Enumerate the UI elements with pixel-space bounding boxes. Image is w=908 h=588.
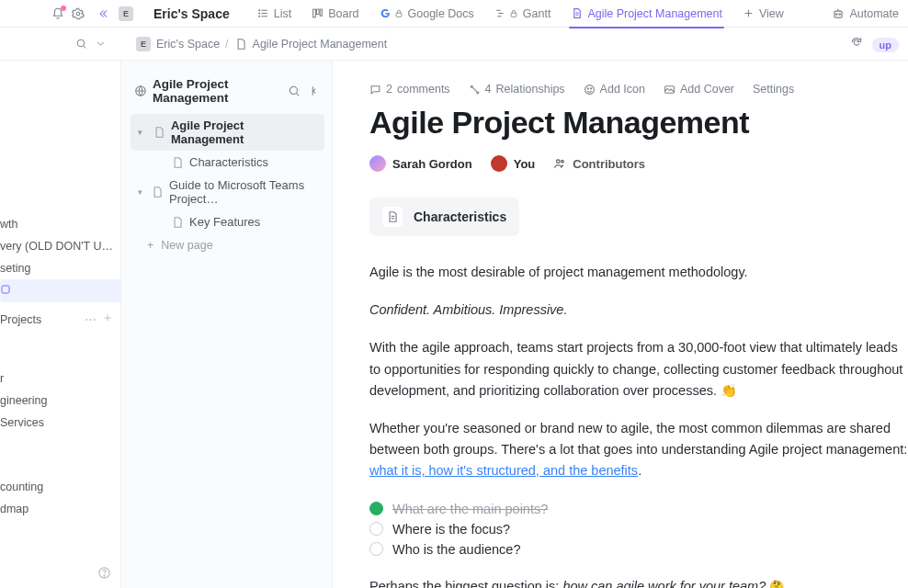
space-title[interactable]: Eric's Space (153, 6, 230, 21)
add-icon-button[interactable]: Add Icon (584, 83, 645, 96)
sidebar-item-projects[interactable]: Projects ⋯ (0, 308, 120, 331)
contributors-chip[interactable]: Contributors (553, 157, 645, 171)
svg-point-35 (585, 85, 594, 94)
comments-button[interactable]: 2 comments (369, 83, 450, 96)
document-main: 2 comments 4 Relationships Add Icon Add … (333, 61, 908, 588)
update-pill[interactable]: up (872, 38, 899, 52)
view-tab-gantt[interactable]: Gantt (485, 0, 561, 28)
paragraph-tagline[interactable]: Confident. Ambitious. Impressive. (369, 300, 908, 321)
sidebar-item[interactable]: seting (0, 257, 120, 279)
sidebar-item[interactable]: counting (0, 476, 120, 498)
new-page-button[interactable]: + New page (131, 233, 324, 257)
sidebar-item[interactable]: dmap (0, 498, 120, 520)
doc-settings-button[interactable]: Settings (753, 83, 794, 96)
tree-title[interactable]: Agile Project Management (153, 77, 282, 105)
sidebar-item[interactable]: r (0, 368, 120, 390)
text-italic: how can agile work for your team? (562, 579, 766, 589)
svg-line-32 (296, 93, 299, 96)
checkbox[interactable] (369, 522, 383, 536)
plus-icon: + (147, 239, 153, 252)
add-cover-button[interactable]: Add Cover (664, 83, 734, 96)
checklist-text: Who is the audience? (392, 542, 520, 557)
doc-title[interactable]: Agile Project Management (369, 105, 908, 141)
add-cover-label: Add Cover (680, 83, 734, 96)
checklist-text: What are the main points? (392, 502, 548, 516)
sidebar-item[interactable]: gineering (0, 390, 120, 412)
plus-icon[interactable] (102, 312, 113, 326)
paragraph[interactable]: Whether you're seasoned or brand new to … (369, 418, 908, 482)
view-tab-label: Agile Project Management (587, 7, 722, 20)
tree-item[interactable]: Characteristics (131, 151, 324, 174)
doc-icon (151, 186, 164, 198)
help-icon[interactable] (97, 566, 111, 582)
checklist-item[interactable]: Who is the audience? (369, 539, 908, 560)
breadcrumb-root[interactable]: Eric's Space (156, 38, 220, 51)
notifications-icon[interactable] (51, 7, 64, 20)
tree-item[interactable]: Key Features (131, 210, 324, 233)
chevron-down-icon[interactable] (95, 38, 107, 50)
view-tab-googledocs[interactable]: Google Docs (370, 0, 483, 28)
doc-icon (171, 216, 184, 229)
characteristics-chip[interactable]: Characteristics (369, 198, 519, 236)
svg-point-5 (258, 13, 259, 14)
sidebar-item[interactable]: Services (0, 412, 120, 434)
checklist: What are the main points?Where is the fo… (369, 499, 908, 560)
checklist-item[interactable]: Where is the focus? (369, 519, 908, 539)
checkbox[interactable] (369, 502, 383, 515)
relationships-button[interactable]: 4 Relationships (469, 83, 565, 96)
sidebar-item-selected[interactable] (0, 279, 120, 302)
tree-item[interactable]: ▾Agile Project Management (131, 114, 324, 151)
tree-item-label: Characteristics (189, 155, 268, 169)
topbar: E Eric's Space List Board Google Docs Ga… (0, 0, 908, 28)
view-tab-label: View (759, 7, 784, 20)
svg-point-34 (476, 91, 478, 93)
caret-icon[interactable]: ▾ (138, 187, 145, 197)
svg-point-31 (289, 86, 297, 94)
tree-item-label: Key Features (189, 215, 260, 229)
refresh-icon[interactable] (850, 36, 863, 49)
view-tab-label: Gantt (523, 7, 551, 20)
view-tab-add[interactable]: View (733, 0, 793, 28)
svg-point-39 (557, 160, 561, 164)
collapse-sidebar-icon[interactable] (96, 7, 109, 20)
tree-item[interactable]: ▾Guide to Microsoft Teams Project… (131, 174, 324, 210)
notification-dot (61, 6, 66, 11)
search-icon[interactable] (75, 38, 87, 50)
automate-button[interactable]: Automate (832, 7, 899, 20)
tree-item-label: Guide to Microsoft Teams Project… (169, 178, 319, 206)
view-tab-list[interactable]: List (248, 0, 301, 28)
topbar-left-icons (9, 7, 109, 20)
breadcrumb-separator: / (225, 38, 228, 51)
avatar (369, 155, 386, 172)
you-chip[interactable]: You (491, 155, 536, 172)
space-badge: E (119, 6, 133, 21)
inline-link[interactable]: what it is, how it's structured, and the… (369, 463, 638, 478)
comments-label: comments (397, 83, 450, 96)
doc-icon (153, 126, 165, 139)
view-tab-board[interactable]: Board (302, 0, 368, 28)
caret-icon[interactable]: ▾ (138, 128, 147, 137)
paragraph[interactable]: Agile is the most desirable of project m… (369, 262, 908, 283)
paragraph[interactable]: Perhaps the biggest question is: how can… (369, 576, 908, 589)
rel-count: 4 (485, 83, 492, 96)
settings-gear-icon[interactable] (72, 7, 85, 20)
checkbox[interactable] (369, 542, 383, 556)
breadcrumb-current[interactable]: Agile Project Management (253, 38, 388, 51)
view-tabs: List Board Google Docs Gantt Agile Proje… (248, 0, 793, 28)
rel-label: Relationships (496, 83, 565, 96)
view-tab-active-doc[interactable]: Agile Project Management (562, 0, 732, 28)
tree-search-icon[interactable] (288, 85, 301, 97)
doc-content[interactable]: Agile is the most desirable of project m… (369, 262, 908, 588)
sidebar-item-label: Projects (0, 313, 79, 326)
more-icon[interactable]: ⋯ (85, 312, 96, 326)
checklist-text: Where is the focus? (392, 522, 510, 537)
checklist-item[interactable]: What are the main points? (369, 499, 908, 519)
sidebar-item[interactable]: wth (0, 213, 120, 235)
sidebar-item[interactable]: very (OLD DON'T US… (0, 235, 120, 257)
author-chip[interactable]: Sarah Gordon (369, 155, 472, 172)
tree-collapse-icon[interactable] (308, 85, 321, 97)
paragraph[interactable]: With the agile approach, teams start pro… (369, 337, 908, 401)
view-tab-label: Google Docs (408, 7, 474, 20)
globe-icon (134, 85, 147, 97)
svg-point-40 (562, 160, 564, 163)
